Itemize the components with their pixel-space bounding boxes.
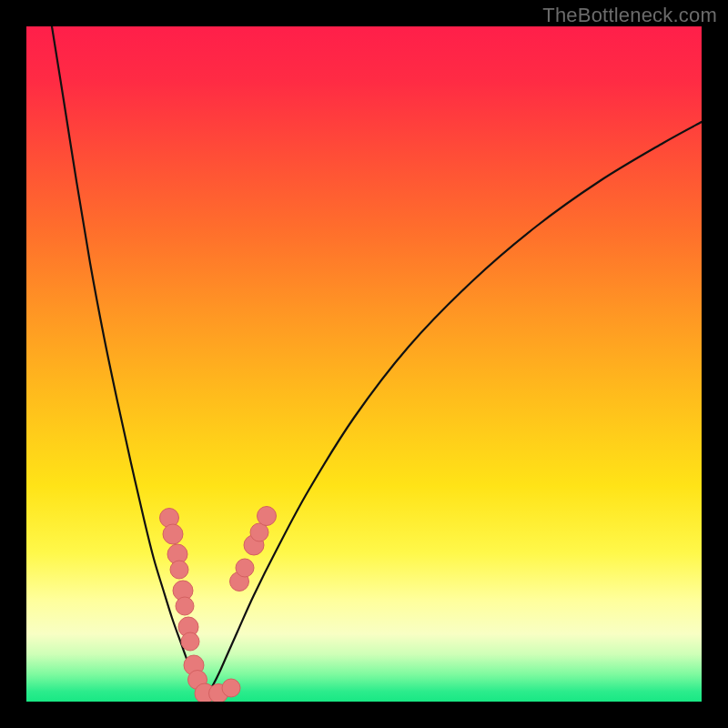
data-marker [170, 561, 188, 579]
data-marker [181, 632, 199, 651]
watermark-text: TheBottleneck.com [542, 4, 717, 27]
data-marker [163, 524, 183, 544]
data-marker [222, 679, 240, 697]
chart-stage: TheBottleneck.com [0, 0, 728, 728]
data-marker [236, 559, 254, 577]
marker-layer [26, 26, 702, 702]
data-marker [258, 507, 277, 526]
data-marker [176, 597, 194, 615]
plot-area [26, 26, 702, 702]
data-marker [250, 523, 268, 541]
